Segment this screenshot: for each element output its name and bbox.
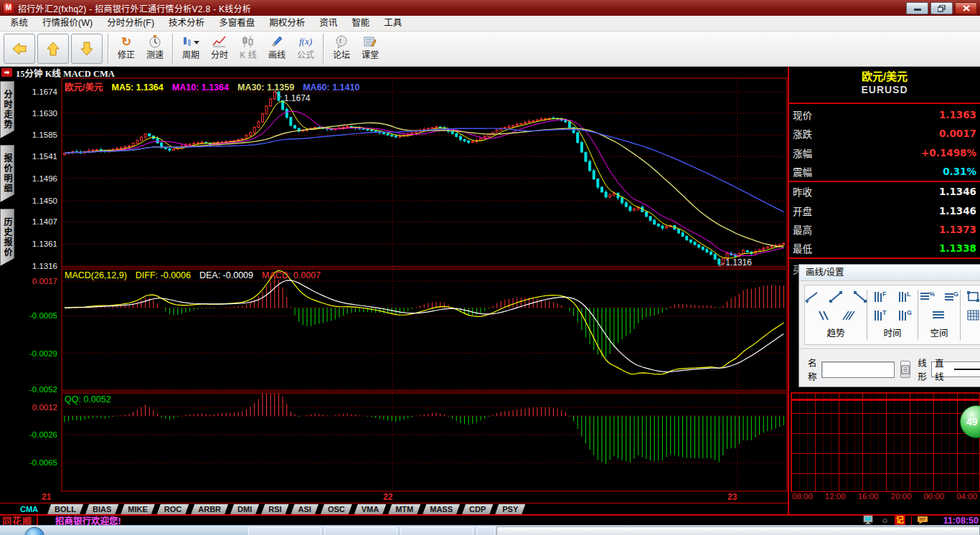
quote-row-0: 现价1.1363 (789, 105, 980, 124)
indicator-tab-mike[interactable]: MIKE (121, 504, 155, 514)
indicator-tab-boll[interactable]: BOLL (47, 504, 83, 514)
taskbar-button[interactable] (476, 527, 495, 535)
indicator-tab-cdp[interactable]: CDP (462, 504, 493, 514)
svg-text:1.1674: 1.1674 (284, 93, 311, 103)
menu-item-7[interactable]: 智能 (344, 16, 377, 31)
taskbar-button[interactable] (324, 527, 397, 535)
background-window-edge[interactable] (496, 526, 980, 535)
fibo-time-icon[interactable]: F (872, 290, 889, 304)
percent-lines-icon[interactable]: % (918, 290, 936, 304)
indicator-tab-mtm[interactable]: MTM (388, 504, 420, 514)
workspace: ➡ 15分钟 K线 MACD CMA 分时走势报价明细历史报价 1.16741.… (0, 67, 980, 514)
indicator-tab-arbr[interactable]: ARBR (191, 504, 228, 514)
indicator-tab-roc[interactable]: ROC (157, 504, 189, 514)
down-line-icon[interactable] (852, 290, 869, 304)
notes-button[interactable] (900, 361, 911, 378)
svg-text:-0.0005: -0.0005 (29, 311, 57, 320)
menu-item-6[interactable]: 资讯 (312, 16, 344, 31)
news-flash-icon[interactable]: 记 (895, 516, 905, 525)
svg-text:1.1630: 1.1630 (32, 109, 57, 118)
pencil-icon (270, 33, 283, 50)
name-input[interactable] (821, 361, 895, 378)
speed-test-button[interactable]: 测速 (141, 32, 169, 65)
period-button[interactable]: 周期 (176, 32, 205, 65)
formula-button[interactable]: f(x) 公式 (291, 32, 320, 65)
start-orb[interactable] (24, 527, 44, 535)
kline-button[interactable]: K 线 (234, 32, 263, 65)
indicator-tab-asi[interactable]: ASI (291, 504, 319, 514)
space-tool-group: % G 空间 (918, 285, 960, 344)
time-label: 04:00 (956, 492, 977, 501)
svg-text:1.1407: 1.1407 (32, 217, 57, 226)
quote-value: 1.1346 (939, 186, 976, 197)
restore-button[interactable] (930, 2, 953, 14)
svg-text:23: 23 (727, 492, 738, 502)
svg-text:T: T (882, 309, 887, 316)
taskbar-button[interactable] (400, 527, 473, 535)
menu-item-3[interactable]: 技术分析 (161, 16, 212, 31)
pair-name: 欧元/美元 (789, 68, 980, 83)
classroom-button[interactable]: 课堂 (356, 32, 385, 65)
svg-text:-0.0052: -0.0052 (29, 385, 57, 394)
line-style-label: 线形 (918, 356, 927, 383)
time-tool-group: F L T G 时间 (867, 285, 918, 344)
menu-item-4[interactable]: 多窗看盘 (212, 16, 262, 31)
revise-button[interactable]: ↻ 修正 (112, 32, 141, 65)
indicator-tab-rsi[interactable]: RSI (261, 504, 288, 514)
indicator-tab-bias[interactable]: BIAS (85, 504, 118, 514)
grid-icon[interactable] (965, 308, 980, 323)
up-button[interactable] (37, 34, 69, 64)
horizontal-lines-icon[interactable] (930, 308, 948, 323)
t-time-icon[interactable]: T (872, 308, 889, 323)
draw-line-button[interactable]: 画线 (263, 32, 291, 65)
quote-label: 震幅 (793, 164, 812, 179)
line-style-select[interactable]: 直线 (931, 361, 980, 377)
menu-item-8[interactable]: 工具 (377, 16, 409, 31)
intraday-button[interactable]: 分时 (205, 32, 234, 65)
lucas-time-icon[interactable]: L (896, 290, 913, 304)
speech-bubble-icon: t (335, 33, 348, 50)
rectangle-icon[interactable] (965, 290, 980, 304)
macd-legend: MACD(26,12,9)DIFF: -0.0006DEA: -0.0009MA… (65, 270, 329, 280)
taskbar (0, 525, 980, 535)
indicator-tab-dmi[interactable]: DMI (230, 504, 259, 514)
menu-item-1[interactable]: 行情报价(W) (35, 16, 100, 31)
down-button[interactable] (71, 34, 103, 64)
indicator-tab-osc[interactable]: OSC (321, 504, 352, 514)
formula-icon: f(x) (299, 33, 312, 50)
legend-item: MA60: 1.1410 (303, 82, 359, 93)
menu-item-2[interactable]: 分时分析(F) (100, 16, 161, 31)
menu-item-5[interactable]: 期权分析 (262, 16, 312, 31)
quote-row-5: 开盘1.1346 (789, 201, 980, 219)
close-button[interactable] (955, 2, 977, 14)
fan-lines-icon[interactable] (839, 308, 857, 323)
segment-line-icon[interactable] (827, 290, 844, 304)
trend-line-icon[interactable] (803, 290, 820, 304)
indicator-tab-psy[interactable]: PSY (495, 504, 525, 514)
shape-tool-group (961, 285, 980, 344)
kline-chart[interactable]: 1.16741.13161.16741.16301.15851.15411.14… (0, 67, 789, 514)
qq-legend: QQ: 0.0052 (65, 394, 120, 404)
gann-lines-icon[interactable]: G (943, 290, 960, 304)
gann-time-icon[interactable]: G (896, 308, 913, 323)
window-title: 招行外汇2(fxhq2) - 招商银行外汇通行情分析V2.8 - K线分析 (18, 2, 251, 14)
indicator-tab-cma[interactable]: CMA (13, 504, 45, 514)
time-label: 20:00 (891, 492, 912, 501)
taskbar-button[interactable] (248, 527, 321, 535)
legend-item: QQ: 0.0052 (65, 394, 111, 404)
time-label: 12:00 (825, 492, 846, 501)
quote-row-7: 最低1.1338 (789, 239, 980, 257)
parallel-lines-icon[interactable] (815, 308, 832, 323)
minimize-button[interactable] (906, 2, 928, 14)
indicator-tab-mass[interactable]: MASS (423, 504, 460, 514)
dialog-title[interactable]: 画线/设置 (799, 265, 980, 281)
legend-item: MA30: 1.1359 (237, 82, 294, 93)
quote-label: 现价 (793, 108, 812, 122)
back-button[interactable] (4, 34, 35, 64)
indicator-tab-vma[interactable]: VMA (354, 504, 386, 514)
quote-label: 涨幅 (793, 146, 812, 160)
svg-text:L: L (907, 290, 911, 298)
forum-button[interactable]: t 论坛 (327, 32, 356, 65)
brightness-icon[interactable]: ☼ (881, 516, 889, 525)
menu-item-0[interactable]: 系统 (3, 16, 35, 31)
